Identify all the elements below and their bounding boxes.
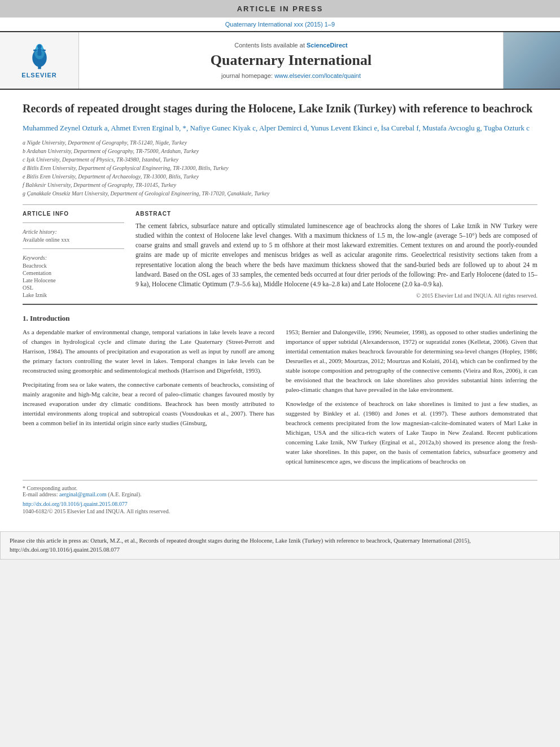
body-left-text: As a dependable marker of environmental … xyxy=(23,327,274,428)
svg-rect-5 xyxy=(37,49,41,56)
body-right-col: 1953; Bernier and Dalongeville, 1996; Ne… xyxy=(286,327,537,471)
affiliation-f: f Balıkesir University, Department of Ge… xyxy=(23,181,537,189)
journal-title: Quaternary International xyxy=(211,52,371,69)
homepage-prefix: journal homepage: xyxy=(221,72,274,79)
footnote-area: * Corresponding author. E-mail address: … xyxy=(23,480,537,497)
authors-line: Muhammed Zeynel Ozturk a, Ahmet Evren Er… xyxy=(23,123,537,134)
svg-rect-6 xyxy=(33,50,37,51)
divider-info xyxy=(23,222,124,223)
affiliation-b: b Ardahan University, Department of Geog… xyxy=(23,147,537,155)
affiliation-c: c Işık University, Department of Physics… xyxy=(23,155,537,164)
email-suffix: (A.E. Erginal). xyxy=(108,491,141,497)
main-content: Records of repeated drought stages durin… xyxy=(0,90,560,526)
email-label: E-mail address: xyxy=(23,491,58,497)
email-line: E-mail address: aerginal@gmail.com (A.E.… xyxy=(23,491,537,497)
elsevier-brand: ELSEVIER xyxy=(21,72,56,78)
banner-text: ARTICLE IN PRESS xyxy=(237,5,323,13)
elsevier-logo: ELSEVIER xyxy=(21,42,56,78)
abstract-label: ABSTRACT xyxy=(135,211,537,217)
page: ARTICLE IN PRESS Quaternary Internationa… xyxy=(0,0,560,560)
journal-header: ELSEVIER Contents lists available at Sci… xyxy=(0,31,560,90)
divider-body xyxy=(23,304,537,305)
abstract-text: The cement fabrics, subsurface nature an… xyxy=(135,221,537,290)
article-info-col: ARTICLE INFO Article history: Available … xyxy=(23,211,124,299)
affiliation-e: e Bitlis Eren University, Department of … xyxy=(23,172,537,181)
history-label: Article history: xyxy=(23,229,124,235)
journal-thumbnail xyxy=(504,32,560,89)
issn-line: 1040-6182/© 2015 Elsevier Ltd and INQUA.… xyxy=(23,508,537,514)
affiliation-a: a Nigde University, Department of Geogra… xyxy=(23,138,537,147)
article-title: Records of repeated drought stages durin… xyxy=(23,101,537,116)
elsevier-tree-icon xyxy=(23,42,56,71)
svg-point-4 xyxy=(37,45,41,49)
keywords-label: Keywords: xyxy=(23,255,124,261)
divider-1 xyxy=(23,204,537,205)
keyword-5: Lake Iznik xyxy=(23,292,124,298)
authors-text: Muhammed Zeynel Ozturk a, Ahmet Evren Er… xyxy=(23,124,530,132)
body-right-para-2: Knowledge of the existence of beachrock … xyxy=(286,399,537,466)
journal-ref: Quaternary International xxx (2015) 1–9 xyxy=(0,18,560,31)
body-section: 1. Introduction As a dependable marker o… xyxy=(23,314,537,471)
abstract-col: ABSTRACT The cement fabrics, subsurface … xyxy=(135,211,537,299)
affiliations: a Nigde University, Department of Geogra… xyxy=(23,138,537,198)
sciencedirect-prefix: Contents lists available at xyxy=(234,42,307,49)
affiliation-g: g Çanakkale Onsekiz Mart University, Dep… xyxy=(23,189,537,198)
elsevier-logo-area: ELSEVIER xyxy=(0,32,79,89)
body-right-para-1: 1953; Bernier and Dalongeville, 1996; Ne… xyxy=(286,327,537,395)
sciencedirect-link[interactable]: ScienceDirect xyxy=(307,42,348,49)
history-value: Available online xxx xyxy=(23,237,124,243)
homepage-link[interactable]: www.elsevier.com/locate/quaint xyxy=(274,72,361,79)
keyword-3: Late Holocene xyxy=(23,277,124,283)
body-left-para-2: Precipitating from sea or lake waters, t… xyxy=(23,380,274,428)
affiliation-d: d Bitlis Eren University, Department of … xyxy=(23,164,537,172)
body-left-para-1: As a dependable marker of environmental … xyxy=(23,327,274,375)
copyright: © 2015 Elsevier Ltd and INQUA. All right… xyxy=(135,292,537,299)
article-info-abstract: ARTICLE INFO Article history: Available … xyxy=(23,211,537,299)
journal-homepage: journal homepage: www.elsevier.com/locat… xyxy=(221,72,361,79)
article-info-label: ARTICLE INFO xyxy=(23,211,124,217)
citation-bar: Please cite this article in press as: Oz… xyxy=(0,531,560,560)
divider-keywords xyxy=(23,248,124,249)
thumbnail-image xyxy=(504,32,560,89)
journal-header-center: Contents lists available at ScienceDirec… xyxy=(79,32,504,89)
email-address[interactable]: aerginal@gmail.com xyxy=(59,491,107,497)
svg-rect-7 xyxy=(42,50,45,51)
corresponding-author: * Corresponding author. xyxy=(23,485,537,491)
abstract-paragraph: The cement fabrics, subsurface nature an… xyxy=(135,221,537,290)
section-1-heading: 1. Introduction xyxy=(23,314,537,323)
body-right-text: 1953; Bernier and Dalongeville, 1996; Ne… xyxy=(286,327,537,467)
keyword-1: Beachrock xyxy=(23,263,124,269)
article-in-press-banner: ARTICLE IN PRESS xyxy=(0,0,560,18)
journal-ref-text: Quaternary International xxx (2015) 1–9 xyxy=(225,21,335,28)
body-left-col: As a dependable marker of environmental … xyxy=(23,327,274,471)
sciencedirect-line: Contents lists available at ScienceDirec… xyxy=(234,42,348,49)
keyword-4: OSL xyxy=(23,285,124,291)
keyword-2: Cementation xyxy=(23,270,124,276)
body-two-col: As a dependable marker of environmental … xyxy=(23,327,537,471)
doi-line[interactable]: http://dx.doi.org/10.1016/j.quaint.2015.… xyxy=(23,501,537,507)
